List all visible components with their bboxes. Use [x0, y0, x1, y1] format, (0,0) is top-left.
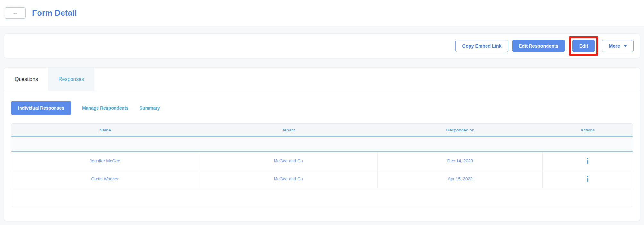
- actions-cell: [543, 152, 633, 170]
- subtab-manage-respondents[interactable]: Manage Respondents: [82, 105, 129, 111]
- responses-table: Name Tenant Responded on Actions Jennife…: [11, 123, 633, 207]
- column-header-responded-on: Responded on: [378, 124, 543, 136]
- tab-bar: Questions Responses: [4, 68, 640, 91]
- filter-cell-tenant: [199, 137, 378, 151]
- respondent-name-link[interactable]: Curtis Wagner: [11, 170, 199, 188]
- column-header-actions: Actions: [543, 124, 633, 136]
- filter-cell-name: [11, 137, 199, 151]
- actions-toolbar-card: Copy Embed Link Edit Respondents Edit Mo…: [4, 33, 640, 58]
- page-title: Form Detail: [32, 8, 77, 18]
- form-detail-page: ← Form Detail Copy Embed Link Edit Respo…: [0, 0, 644, 225]
- top-header-bar: ← Form Detail: [0, 0, 644, 26]
- kebab-menu-icon[interactable]: [584, 175, 591, 183]
- table-header-row: Name Tenant Responded on Actions: [11, 124, 633, 137]
- table-empty-space: [11, 188, 633, 207]
- respondent-name-link[interactable]: Jennifer McGee: [11, 152, 199, 170]
- back-arrow-icon: ←: [13, 10, 18, 16]
- tenant-cell: McGee and Co: [199, 152, 378, 170]
- tab-content: Individual Responses Manage Respondents …: [4, 101, 640, 207]
- table-row: Curtis Wagner McGee and Co Apr 15, 2022: [11, 170, 633, 188]
- column-header-tenant: Tenant: [199, 124, 378, 136]
- back-button[interactable]: ←: [5, 7, 26, 19]
- table-row: Jennifer McGee McGee and Co Dec 14, 2020: [11, 152, 633, 170]
- filter-cell-responded-on: [378, 137, 543, 151]
- table-filter-row: [11, 137, 633, 152]
- annotation-highlight-box: Edit: [569, 36, 598, 56]
- tab-questions[interactable]: Questions: [4, 68, 48, 91]
- copy-embed-link-button[interactable]: Copy Embed Link: [455, 40, 508, 52]
- more-button[interactable]: More: [602, 40, 634, 52]
- responded-on-cell: Apr 15, 2022: [378, 170, 543, 188]
- edit-button[interactable]: Edit: [572, 40, 595, 52]
- filter-cell-actions: [543, 137, 633, 151]
- chevron-down-icon: [624, 45, 627, 47]
- edit-respondents-button[interactable]: Edit Respondents: [512, 40, 565, 52]
- kebab-menu-icon[interactable]: [584, 157, 591, 165]
- main-content-card: Questions Responses Individual Responses…: [4, 68, 640, 221]
- tab-responses[interactable]: Responses: [48, 68, 94, 91]
- actions-cell: [543, 170, 633, 188]
- column-header-name: Name: [11, 124, 199, 136]
- subtab-summary[interactable]: Summary: [140, 105, 160, 111]
- subtab-individual-responses[interactable]: Individual Responses: [11, 101, 71, 115]
- more-button-label: More: [609, 43, 620, 49]
- responses-subtab-bar: Individual Responses Manage Respondents …: [11, 101, 633, 115]
- responded-on-cell: Dec 14, 2020: [378, 152, 543, 170]
- tenant-cell: McGee and Co: [199, 170, 378, 188]
